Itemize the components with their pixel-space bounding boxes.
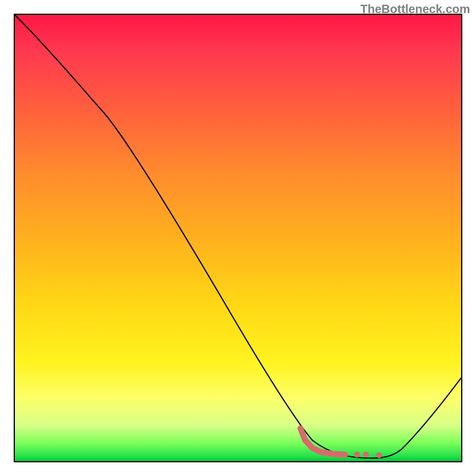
chart-container: TheBottleneck.com <box>0 0 476 476</box>
plot-area <box>14 14 462 462</box>
highlight-segment <box>300 428 345 455</box>
highlight-dot <box>376 452 382 458</box>
highlight-dot <box>354 452 360 458</box>
watermark-text: TheBottleneck.com <box>361 2 470 16</box>
curve-svg <box>15 15 461 461</box>
highlight-markers <box>300 428 382 458</box>
main-curve-line <box>15 15 461 458</box>
highlight-dot <box>363 452 369 458</box>
